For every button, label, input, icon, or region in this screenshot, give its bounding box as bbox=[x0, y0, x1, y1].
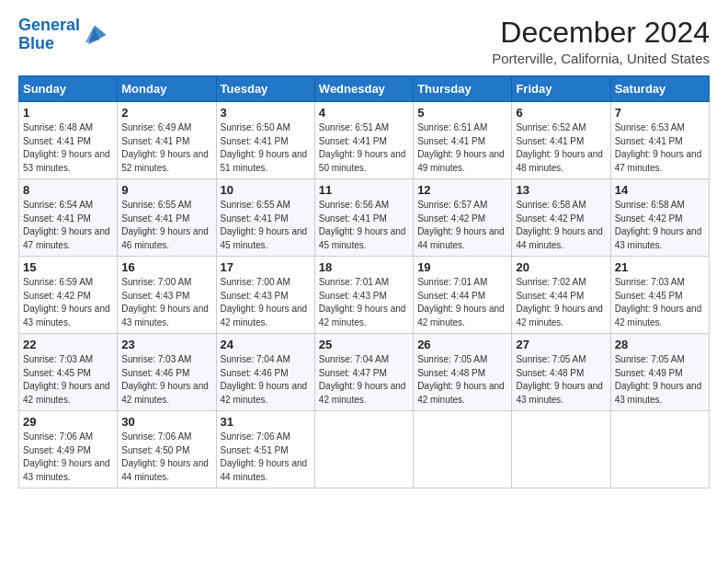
day-cell: 14Sunrise: 6:58 AMSunset: 4:42 PMDayligh… bbox=[610, 179, 709, 257]
day-cell: 9Sunrise: 6:55 AMSunset: 4:41 PMDaylight… bbox=[118, 179, 216, 257]
day-number: 25 bbox=[319, 338, 409, 351]
day-number: 28 bbox=[615, 338, 705, 351]
day-number: 29 bbox=[23, 415, 113, 429]
logo-text: General Blue bbox=[18, 17, 80, 53]
day-number: 17 bbox=[221, 260, 311, 274]
day-cell: 6Sunrise: 6:52 AMSunset: 4:41 PMDaylight… bbox=[512, 102, 610, 179]
day-cell: 1Sunrise: 6:48 AMSunset: 4:41 PMDaylight… bbox=[19, 102, 118, 179]
day-info: Sunrise: 6:48 AMSunset: 4:41 PMDaylight:… bbox=[23, 121, 113, 175]
day-cell: 25Sunrise: 7:04 AMSunset: 4:47 PMDayligh… bbox=[314, 334, 413, 411]
dow-header-sunday: Sunday bbox=[19, 76, 118, 102]
day-info: Sunrise: 6:52 AMSunset: 4:41 PMDaylight:… bbox=[516, 121, 606, 175]
day-number: 31 bbox=[221, 415, 311, 429]
day-cell: 26Sunrise: 7:05 AMSunset: 4:48 PMDayligh… bbox=[414, 334, 512, 411]
day-cell: 2Sunrise: 6:49 AMSunset: 4:41 PMDaylight… bbox=[118, 102, 216, 179]
dow-header-monday: Monday bbox=[118, 76, 216, 102]
day-cell: 19Sunrise: 7:01 AMSunset: 4:44 PMDayligh… bbox=[414, 257, 512, 334]
day-info: Sunrise: 6:56 AMSunset: 4:41 PMDaylight:… bbox=[319, 199, 409, 252]
day-cell: 12Sunrise: 6:57 AMSunset: 4:42 PMDayligh… bbox=[414, 179, 512, 257]
day-number: 9 bbox=[121, 183, 211, 197]
day-cell: 8Sunrise: 6:54 AMSunset: 4:41 PMDaylight… bbox=[19, 179, 118, 257]
day-info: Sunrise: 6:58 AMSunset: 4:42 PMDaylight:… bbox=[615, 199, 705, 252]
logo: General Blue bbox=[18, 17, 108, 53]
day-info: Sunrise: 7:05 AMSunset: 4:48 PMDaylight:… bbox=[516, 353, 606, 407]
day-info: Sunrise: 6:53 AMSunset: 4:41 PMDaylight:… bbox=[615, 121, 705, 175]
day-number: 6 bbox=[516, 106, 606, 120]
day-cell: 22Sunrise: 7:03 AMSunset: 4:45 PMDayligh… bbox=[19, 334, 118, 411]
week-row-5: 29Sunrise: 7:06 AMSunset: 4:49 PMDayligh… bbox=[19, 411, 710, 488]
day-info: Sunrise: 6:51 AMSunset: 4:41 PMDaylight:… bbox=[319, 121, 409, 175]
day-of-week-row: SundayMondayTuesdayWednesdayThursdayFrid… bbox=[19, 76, 710, 102]
day-info: Sunrise: 7:04 AMSunset: 4:46 PMDaylight:… bbox=[221, 353, 311, 407]
logo-general: General bbox=[18, 16, 80, 34]
day-info: Sunrise: 6:57 AMSunset: 4:42 PMDaylight:… bbox=[417, 199, 507, 252]
day-number: 8 bbox=[23, 183, 113, 197]
day-cell: 27Sunrise: 7:05 AMSunset: 4:48 PMDayligh… bbox=[512, 334, 610, 411]
day-cell: 18Sunrise: 7:01 AMSunset: 4:43 PMDayligh… bbox=[314, 257, 413, 334]
dow-header-wednesday: Wednesday bbox=[314, 76, 413, 102]
day-info: Sunrise: 7:06 AMSunset: 4:51 PMDaylight:… bbox=[221, 431, 311, 484]
day-cell: 5Sunrise: 6:51 AMSunset: 4:41 PMDaylight… bbox=[414, 102, 512, 179]
dow-header-tuesday: Tuesday bbox=[216, 76, 314, 102]
day-cell: 20Sunrise: 7:02 AMSunset: 4:44 PMDayligh… bbox=[512, 257, 610, 334]
day-info: Sunrise: 7:05 AMSunset: 4:48 PMDaylight:… bbox=[417, 353, 507, 407]
day-cell: 10Sunrise: 6:55 AMSunset: 4:41 PMDayligh… bbox=[216, 179, 314, 257]
day-number: 18 bbox=[319, 260, 409, 274]
week-row-3: 15Sunrise: 6:59 AMSunset: 4:42 PMDayligh… bbox=[19, 257, 710, 334]
day-info: Sunrise: 6:55 AMSunset: 4:41 PMDaylight:… bbox=[121, 199, 211, 252]
day-info: Sunrise: 7:03 AMSunset: 4:45 PMDaylight:… bbox=[23, 353, 113, 407]
day-cell: 17Sunrise: 7:00 AMSunset: 4:43 PMDayligh… bbox=[216, 257, 314, 334]
day-cell: 16Sunrise: 7:00 AMSunset: 4:43 PMDayligh… bbox=[118, 257, 216, 334]
day-number: 16 bbox=[121, 260, 211, 274]
day-info: Sunrise: 6:54 AMSunset: 4:41 PMDaylight:… bbox=[23, 199, 113, 252]
day-cell: 21Sunrise: 7:03 AMSunset: 4:45 PMDayligh… bbox=[610, 257, 709, 334]
logo-blue: Blue bbox=[18, 34, 54, 52]
main-title: December 2024 bbox=[492, 17, 710, 49]
day-info: Sunrise: 7:01 AMSunset: 4:43 PMDaylight:… bbox=[319, 276, 409, 329]
day-cell: 4Sunrise: 6:51 AMSunset: 4:41 PMDaylight… bbox=[314, 102, 413, 179]
day-number: 11 bbox=[319, 183, 409, 197]
day-number: 23 bbox=[121, 338, 211, 351]
header: General Blue December 2024 Porterville, … bbox=[18, 17, 710, 66]
day-cell bbox=[610, 411, 709, 488]
page: General Blue December 2024 Porterville, … bbox=[0, 0, 728, 563]
day-cell: 13Sunrise: 6:58 AMSunset: 4:42 PMDayligh… bbox=[512, 179, 610, 257]
day-cell bbox=[414, 411, 512, 488]
day-number: 19 bbox=[417, 260, 507, 274]
day-info: Sunrise: 6:51 AMSunset: 4:41 PMDaylight:… bbox=[417, 121, 507, 175]
day-info: Sunrise: 6:50 AMSunset: 4:41 PMDaylight:… bbox=[221, 121, 311, 175]
day-number: 21 bbox=[615, 260, 705, 274]
title-block: December 2024 Porterville, California, U… bbox=[492, 17, 710, 66]
day-number: 3 bbox=[221, 106, 311, 120]
logo-icon bbox=[82, 22, 108, 48]
day-cell: 23Sunrise: 7:03 AMSunset: 4:46 PMDayligh… bbox=[118, 334, 216, 411]
day-info: Sunrise: 7:03 AMSunset: 4:45 PMDaylight:… bbox=[615, 276, 705, 329]
calendar-table: SundayMondayTuesdayWednesdayThursdayFrid… bbox=[18, 75, 710, 488]
day-info: Sunrise: 7:00 AMSunset: 4:43 PMDaylight:… bbox=[121, 276, 211, 329]
day-cell bbox=[314, 411, 413, 488]
day-number: 14 bbox=[615, 183, 705, 197]
day-info: Sunrise: 7:06 AMSunset: 4:50 PMDaylight:… bbox=[121, 431, 211, 484]
day-info: Sunrise: 6:58 AMSunset: 4:42 PMDaylight:… bbox=[516, 199, 606, 252]
day-number: 4 bbox=[319, 106, 409, 120]
day-number: 22 bbox=[23, 338, 113, 351]
day-info: Sunrise: 7:06 AMSunset: 4:49 PMDaylight:… bbox=[23, 431, 113, 484]
day-cell: 30Sunrise: 7:06 AMSunset: 4:50 PMDayligh… bbox=[118, 411, 216, 488]
day-info: Sunrise: 6:49 AMSunset: 4:41 PMDaylight:… bbox=[121, 121, 211, 175]
week-row-4: 22Sunrise: 7:03 AMSunset: 4:45 PMDayligh… bbox=[19, 334, 710, 411]
day-cell: 7Sunrise: 6:53 AMSunset: 4:41 PMDaylight… bbox=[610, 102, 709, 179]
day-number: 24 bbox=[221, 338, 311, 351]
day-info: Sunrise: 7:04 AMSunset: 4:47 PMDaylight:… bbox=[319, 353, 409, 407]
day-info: Sunrise: 7:03 AMSunset: 4:46 PMDaylight:… bbox=[121, 353, 211, 407]
day-cell bbox=[512, 411, 610, 488]
day-number: 2 bbox=[121, 106, 211, 120]
subtitle: Porterville, California, United States bbox=[492, 51, 710, 66]
calendar-body: 1Sunrise: 6:48 AMSunset: 4:41 PMDaylight… bbox=[19, 102, 710, 488]
day-number: 13 bbox=[516, 183, 606, 197]
day-number: 30 bbox=[121, 415, 211, 429]
day-cell: 24Sunrise: 7:04 AMSunset: 4:46 PMDayligh… bbox=[216, 334, 314, 411]
dow-header-saturday: Saturday bbox=[610, 76, 709, 102]
day-info: Sunrise: 6:55 AMSunset: 4:41 PMDaylight:… bbox=[221, 199, 311, 252]
day-cell: 11Sunrise: 6:56 AMSunset: 4:41 PMDayligh… bbox=[314, 179, 413, 257]
day-number: 10 bbox=[221, 183, 311, 197]
